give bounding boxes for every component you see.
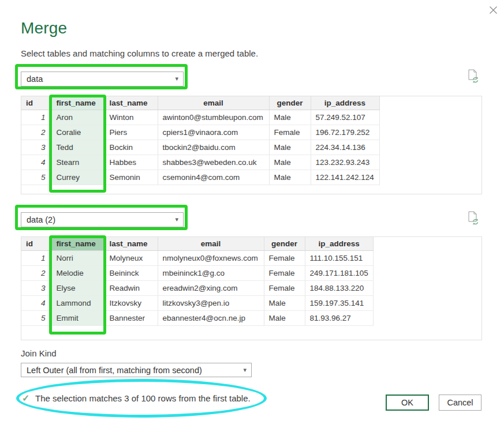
- table-cell[interactable]: Norri: [51, 251, 104, 266]
- table-cell[interactable]: Elyse: [51, 281, 104, 296]
- table-cell[interactable]: shabbes3@webeden.co.uk: [158, 155, 269, 170]
- merge-dialog: Merge Select tables and matching columns…: [0, 0, 504, 432]
- page-title: Merge: [21, 19, 67, 37]
- first-table-selector-value: data: [27, 74, 43, 84]
- refresh-preview-button[interactable]: [465, 68, 480, 84]
- table-cell[interactable]: Itzkovsky: [104, 296, 158, 311]
- table-cell[interactable]: ereadwin2@xing.com: [158, 281, 264, 296]
- column-header-last_name[interactable]: last_name: [104, 237, 158, 251]
- second-table-selector[interactable]: data (2) ▾: [21, 212, 184, 227]
- table-cell[interactable]: 1: [21, 110, 51, 125]
- refresh-preview-icon: [465, 68, 480, 84]
- table-cell[interactable]: tbockin2@baidu.com: [158, 140, 269, 155]
- table-cell[interactable]: 224.34.14.136: [311, 140, 379, 155]
- table-cell[interactable]: 122.141.242.124: [311, 170, 379, 185]
- table-cell[interactable]: Male: [264, 311, 305, 326]
- table-row: 3TeddBockintbockin2@baidu.comMale224.34.…: [21, 140, 379, 155]
- column-header-email[interactable]: email: [158, 96, 269, 110]
- table-cell[interactable]: 5: [21, 311, 51, 326]
- column-header-last_name[interactable]: last_name: [104, 96, 158, 110]
- join-kind-value: Left Outer (all from first, matching fro…: [27, 366, 202, 375]
- table-cell[interactable]: Habbes: [104, 155, 158, 170]
- table-cell[interactable]: 81.93.96.27: [305, 311, 373, 326]
- column-header-ip_address[interactable]: ip_address: [305, 237, 373, 251]
- table-cell[interactable]: 184.88.133.220: [305, 281, 373, 296]
- table-cell[interactable]: 3: [21, 281, 51, 296]
- column-header-id[interactable]: id: [21, 96, 51, 110]
- table-cell[interactable]: Male: [269, 110, 311, 125]
- table-cell[interactable]: Coralie: [51, 125, 104, 140]
- table-cell[interactable]: 1: [21, 251, 51, 266]
- table-cell[interactable]: nmolyneux0@foxnews.com: [158, 251, 264, 266]
- table-cell[interactable]: mbeininck1@g.co: [158, 266, 264, 281]
- join-kind-label: Join Kind: [21, 348, 57, 358]
- table-cell[interactable]: Readwin: [104, 281, 158, 296]
- table-cell[interactable]: litzkovsky3@pen.io: [158, 296, 264, 311]
- table-cell[interactable]: Male: [269, 140, 311, 155]
- table-cell[interactable]: 159.197.35.141: [305, 296, 373, 311]
- table-cell[interactable]: 3: [21, 140, 51, 155]
- cancel-button[interactable]: Cancel: [439, 395, 481, 411]
- column-header-first_name[interactable]: first_name: [51, 96, 104, 110]
- table-row: 2MelodieBeininckmbeininck1@g.coFemale249…: [21, 266, 373, 281]
- table-row: 3ElyseReadwinereadwin2@xing.comFemale184…: [21, 281, 373, 296]
- table-cell[interactable]: 123.232.93.243: [311, 155, 379, 170]
- table-row: 4StearnHabbesshabbes3@webeden.co.ukMale1…: [21, 155, 379, 170]
- table-cell[interactable]: awinton0@stumbleupon.com: [158, 110, 269, 125]
- table-cell[interactable]: 196.72.179.252: [311, 125, 379, 140]
- table-row: 2CoraliePierscpiers1@vinaora.comFemale19…: [21, 125, 379, 140]
- table-cell[interactable]: ebannester4@ocn.ne.jp: [158, 311, 264, 326]
- table-cell[interactable]: Lammond: [51, 296, 104, 311]
- table-cell[interactable]: 4: [21, 155, 51, 170]
- table-cell[interactable]: Winton: [104, 110, 158, 125]
- chevron-down-icon: ▾: [175, 216, 178, 223]
- check-icon: ✓: [22, 393, 29, 404]
- table-cell[interactable]: 249.171.181.105: [305, 266, 373, 281]
- close-icon: [489, 6, 498, 14]
- table-cell[interactable]: 5: [21, 170, 51, 185]
- column-header-gender[interactable]: gender: [269, 96, 311, 110]
- table-cell[interactable]: Female: [264, 281, 305, 296]
- table-cell[interactable]: Bockin: [104, 140, 158, 155]
- second-table-preview: idfirst_namelast_nameemailgenderip_addre…: [21, 236, 482, 340]
- table-cell[interactable]: Semonin: [104, 170, 158, 185]
- column-header-id[interactable]: id: [21, 237, 51, 251]
- table-cell[interactable]: Piers: [104, 125, 158, 140]
- table-cell[interactable]: Male: [269, 155, 311, 170]
- chevron-down-icon: ▾: [243, 366, 247, 373]
- table-cell[interactable]: Bannester: [104, 311, 158, 326]
- table-cell[interactable]: 57.249.52.107: [311, 110, 379, 125]
- second-table-selector-value: data (2): [27, 215, 55, 224]
- table-cell[interactable]: Male: [269, 170, 311, 185]
- refresh-preview-button[interactable]: [465, 210, 480, 226]
- table-cell[interactable]: Female: [264, 266, 305, 281]
- column-header-first_name[interactable]: first_name: [51, 237, 104, 251]
- table-cell[interactable]: 4: [21, 296, 51, 311]
- column-header-email[interactable]: email: [158, 237, 264, 251]
- column-header-gender[interactable]: gender: [264, 237, 305, 251]
- table-cell[interactable]: 111.10.155.151: [305, 251, 373, 266]
- table-cell[interactable]: Male: [264, 296, 305, 311]
- table-cell[interactable]: 2: [21, 266, 51, 281]
- first-table-selector[interactable]: data ▾: [21, 72, 184, 87]
- table-cell[interactable]: Beininck: [104, 266, 158, 281]
- table-cell[interactable]: 2: [21, 125, 51, 140]
- close-button[interactable]: [487, 3, 499, 16]
- column-header-ip_address[interactable]: ip_address: [311, 96, 379, 110]
- table-cell[interactable]: Emmit: [51, 311, 104, 326]
- ok-button[interactable]: OK: [386, 395, 429, 411]
- table-cell[interactable]: cpiers1@vinaora.com: [158, 125, 269, 140]
- table-cell[interactable]: csemonin4@com.com: [158, 170, 269, 185]
- join-kind-selector[interactable]: Left Outer (all from first, matching fro…: [21, 363, 252, 377]
- table-row: 5CurreySemonincsemonin4@com.comMale122.1…: [21, 170, 379, 185]
- dialog-subtitle: Select tables and matching columns to cr…: [21, 48, 258, 58]
- table-cell[interactable]: Tedd: [51, 140, 104, 155]
- table-row: 5EmmitBannesterebannester4@ocn.ne.jpMale…: [21, 311, 373, 326]
- table-cell[interactable]: Molyneux: [104, 251, 158, 266]
- table-cell[interactable]: Currey: [51, 170, 104, 185]
- table-cell[interactable]: Stearn: [51, 155, 104, 170]
- table-cell[interactable]: Female: [264, 251, 305, 266]
- table-cell[interactable]: Aron: [51, 110, 104, 125]
- table-cell[interactable]: Melodie: [51, 266, 104, 281]
- table-cell[interactable]: Female: [269, 125, 311, 140]
